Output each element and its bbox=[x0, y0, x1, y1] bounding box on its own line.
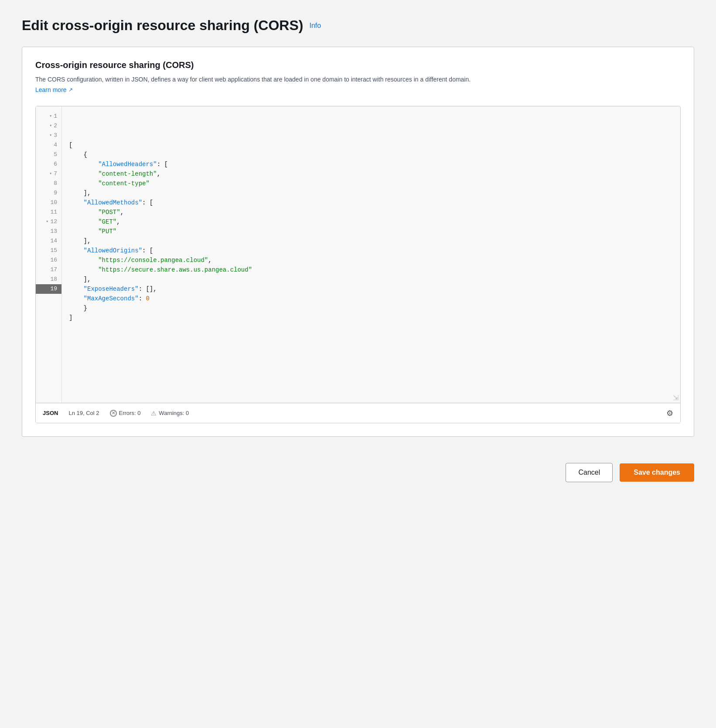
page-title: Edit cross-origin resource sharing (CORS… bbox=[22, 17, 694, 34]
code-line-8: "POST", bbox=[69, 208, 673, 217]
warning-icon: ⚠ bbox=[151, 410, 157, 417]
error-icon: ✕ bbox=[110, 410, 117, 417]
code-line-17: "MaxAgeSeconds": 0 bbox=[69, 294, 673, 303]
code-line-16: "ExposeHeaders": [], bbox=[69, 284, 673, 294]
card-description: The CORS configuration, written in JSON,… bbox=[35, 75, 681, 84]
line-number-18: 18 bbox=[36, 275, 61, 284]
code-line-13: "https://console.pangea.cloud", bbox=[69, 255, 673, 265]
code-line-4: "content-length", bbox=[69, 169, 673, 179]
line-number-9: 9 bbox=[36, 188, 61, 198]
card-title: Cross-origin resource sharing (CORS) bbox=[35, 60, 681, 70]
learn-more-link[interactable]: Learn more bbox=[35, 86, 73, 93]
code-line-12: "AllowedOrigins": [ bbox=[69, 246, 673, 255]
code-line-5: "content-type" bbox=[69, 179, 673, 188]
line-number-8: 8 bbox=[36, 179, 61, 188]
line-number-6: 6 bbox=[36, 160, 61, 169]
settings-icon[interactable]: ⚙ bbox=[666, 408, 673, 418]
cors-card: Cross-origin resource sharing (CORS) The… bbox=[22, 47, 694, 437]
footer-actions: Cancel Save changes bbox=[22, 450, 694, 486]
save-changes-button[interactable]: Save changes bbox=[620, 463, 694, 482]
code-line-7: "AllowedMethods": [ bbox=[69, 198, 673, 208]
code-line-2: { bbox=[69, 150, 673, 160]
line-number-7: ▾7 bbox=[36, 169, 61, 179]
code-line-14: "https://secure.share.aws.us.pangea.clou… bbox=[69, 265, 673, 275]
code-line-19: ] bbox=[69, 313, 673, 323]
line-number-17: 17 bbox=[36, 265, 61, 275]
line-number-1: ▾1 bbox=[36, 112, 61, 121]
code-line-1: [ bbox=[69, 140, 673, 150]
line-number-13: 13 bbox=[36, 227, 61, 236]
line-number-11: 11 bbox=[36, 208, 61, 217]
line-number-14: 14 bbox=[36, 236, 61, 246]
line-number-15: 15 bbox=[36, 246, 61, 255]
editor-statusbar: JSON Ln 19, Col 2 ✕ Errors: 0 ⚠ Warnings… bbox=[36, 403, 680, 423]
code-line-15: ], bbox=[69, 275, 673, 284]
line-number-2: ▾2 bbox=[36, 121, 61, 131]
editor-body[interactable]: ▾1▾2▾3456▾7891011▾1213141516171819 [ { "… bbox=[36, 106, 680, 403]
line-number-12: ▾12 bbox=[36, 217, 61, 227]
info-link[interactable]: Info bbox=[309, 22, 321, 30]
line-number-19: 19 bbox=[36, 284, 61, 294]
statusbar-errors: ✕ Errors: 0 bbox=[110, 410, 141, 417]
code-line-18: } bbox=[69, 303, 673, 313]
statusbar-warnings: ⚠ Warnings: 0 bbox=[151, 410, 189, 417]
code-line-3: "AllowedHeaders": [ bbox=[69, 160, 673, 169]
cancel-button[interactable]: Cancel bbox=[566, 463, 613, 482]
statusbar-position: Ln 19, Col 2 bbox=[68, 410, 99, 416]
code-line-6: ], bbox=[69, 188, 673, 198]
line-number-10: 10 bbox=[36, 198, 61, 208]
line-number-5: 5 bbox=[36, 150, 61, 160]
line-number-3: ▾3 bbox=[36, 131, 61, 140]
line-number-16: 16 bbox=[36, 255, 61, 265]
code-area[interactable]: [ { "AllowedHeaders": [ "content-length"… bbox=[62, 106, 680, 403]
code-line-11: ], bbox=[69, 236, 673, 246]
line-number-4: 4 bbox=[36, 140, 61, 150]
statusbar-language: JSON bbox=[43, 410, 58, 416]
code-line-10: "PUT" bbox=[69, 227, 673, 236]
code-line-9: "GET", bbox=[69, 217, 673, 227]
editor-container: ▾1▾2▾3456▾7891011▾1213141516171819 [ { "… bbox=[35, 106, 681, 423]
line-numbers: ▾1▾2▾3456▾7891011▾1213141516171819 bbox=[36, 106, 62, 403]
